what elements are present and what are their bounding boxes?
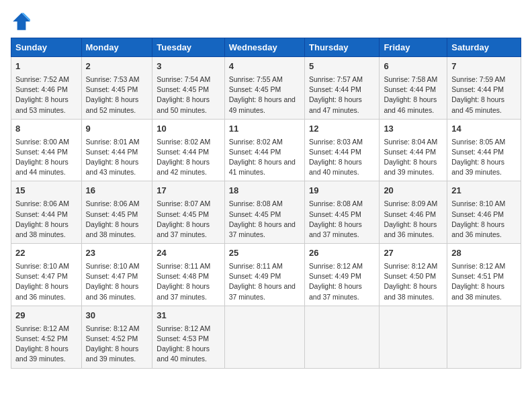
sunrise: Sunrise: 8:11 AM bbox=[157, 262, 210, 270]
week-row-2: 8Sunrise: 8:00 AMSunset: 4:44 PMDaylight… bbox=[11, 119, 521, 181]
sunrise: Sunrise: 8:12 AM bbox=[157, 324, 210, 332]
day-number: 26 bbox=[309, 247, 375, 260]
sunrise: Sunrise: 8:12 AM bbox=[15, 324, 69, 332]
sunset: Sunset: 4:44 PM bbox=[157, 148, 209, 156]
day-cell: 1Sunrise: 7:52 AMSunset: 4:46 PMDaylight… bbox=[11, 57, 82, 120]
sunrise: Sunrise: 8:12 AM bbox=[384, 262, 437, 270]
day-number: 31 bbox=[157, 310, 220, 322]
week-row-5: 29Sunrise: 8:12 AMSunset: 4:52 PMDayligh… bbox=[11, 306, 521, 368]
sunset: Sunset: 4:50 PM bbox=[384, 272, 436, 280]
daylight: Daylight: 8 hours and 40 minutes. bbox=[309, 158, 362, 176]
sunset: Sunset: 4:44 PM bbox=[15, 210, 68, 218]
day-number: 17 bbox=[157, 185, 220, 197]
sunset: Sunset: 4:44 PM bbox=[451, 148, 504, 156]
day-number: 9 bbox=[86, 123, 148, 136]
day-cell: 27Sunrise: 8:12 AMSunset: 4:50 PMDayligh… bbox=[380, 244, 447, 306]
day-cell: 29Sunrise: 8:12 AMSunset: 4:52 PMDayligh… bbox=[11, 306, 82, 368]
sunrise: Sunrise: 8:08 AM bbox=[229, 199, 283, 208]
daylight: Daylight: 8 hours and 53 minutes. bbox=[15, 95, 69, 113]
sunset: Sunset: 4:46 PM bbox=[384, 210, 436, 218]
logo bbox=[11, 11, 35, 32]
sunrise: Sunrise: 8:02 AM bbox=[157, 138, 210, 146]
daylight: Daylight: 8 hours and 38 minutes. bbox=[86, 220, 139, 238]
day-cell: 17Sunrise: 8:07 AMSunset: 4:45 PMDayligh… bbox=[152, 181, 224, 244]
column-header-tuesday: Tuesday bbox=[152, 38, 224, 57]
day-number: 27 bbox=[384, 247, 443, 260]
daylight: Daylight: 8 hours and 52 minutes. bbox=[86, 95, 139, 113]
day-number: 4 bbox=[229, 60, 300, 73]
day-number: 1 bbox=[15, 60, 77, 73]
day-number: 14 bbox=[451, 123, 517, 136]
daylight: Daylight: 8 hours and 46 minutes. bbox=[384, 95, 437, 113]
day-cell: 7Sunrise: 7:59 AMSunset: 4:44 PMDaylight… bbox=[447, 57, 521, 120]
day-cell: 13Sunrise: 8:04 AMSunset: 4:44 PMDayligh… bbox=[380, 119, 447, 181]
daylight: Daylight: 8 hours and 38 minutes. bbox=[384, 282, 437, 300]
daylight: Daylight: 8 hours and 36 minutes. bbox=[15, 282, 69, 300]
sunrise: Sunrise: 8:08 AM bbox=[309, 199, 363, 208]
day-number: 19 bbox=[309, 185, 375, 197]
day-cell: 2Sunrise: 7:53 AMSunset: 4:45 PMDaylight… bbox=[81, 57, 152, 120]
sunset: Sunset: 4:52 PM bbox=[15, 334, 68, 342]
header-row: SundayMondayTuesdayWednesdayThursdayFrid… bbox=[11, 38, 521, 57]
sunrise: Sunrise: 8:06 AM bbox=[86, 199, 140, 208]
sunset: Sunset: 4:44 PM bbox=[451, 85, 504, 93]
sunset: Sunset: 4:49 PM bbox=[229, 272, 281, 280]
day-cell: 15Sunrise: 8:06 AMSunset: 4:44 PMDayligh… bbox=[11, 181, 82, 244]
column-header-sunday: Sunday bbox=[11, 38, 82, 57]
daylight: Daylight: 8 hours and 37 minutes. bbox=[157, 220, 210, 238]
sunrise: Sunrise: 7:53 AM bbox=[86, 75, 140, 83]
sunset: Sunset: 4:44 PM bbox=[384, 148, 436, 156]
day-number: 2 bbox=[86, 60, 148, 73]
sunset: Sunset: 4:44 PM bbox=[309, 148, 361, 156]
daylight: Daylight: 8 hours and 44 minutes. bbox=[15, 158, 69, 176]
svg-marker-0 bbox=[13, 13, 30, 30]
day-cell: 31Sunrise: 8:12 AMSunset: 4:53 PMDayligh… bbox=[152, 306, 224, 368]
daylight: Daylight: 8 hours and 42 minutes. bbox=[157, 158, 210, 176]
daylight: Daylight: 8 hours and 37 minutes. bbox=[229, 282, 296, 300]
day-cell: 22Sunrise: 8:10 AMSunset: 4:47 PMDayligh… bbox=[11, 244, 82, 306]
daylight: Daylight: 8 hours and 38 minutes. bbox=[451, 282, 504, 300]
sunrise: Sunrise: 8:03 AM bbox=[309, 138, 363, 146]
daylight: Daylight: 8 hours and 43 minutes. bbox=[86, 158, 139, 176]
day-number: 20 bbox=[384, 185, 443, 197]
day-cell bbox=[380, 306, 447, 368]
daylight: Daylight: 8 hours and 40 minutes. bbox=[157, 345, 210, 363]
daylight: Daylight: 8 hours and 37 minutes. bbox=[309, 282, 362, 300]
sunset: Sunset: 4:47 PM bbox=[15, 272, 68, 280]
day-cell: 8Sunrise: 8:00 AMSunset: 4:44 PMDaylight… bbox=[11, 119, 82, 181]
day-number: 23 bbox=[86, 247, 148, 260]
sunset: Sunset: 4:47 PM bbox=[86, 272, 138, 280]
day-cell: 10Sunrise: 8:02 AMSunset: 4:44 PMDayligh… bbox=[152, 119, 224, 181]
daylight: Daylight: 8 hours and 38 minutes. bbox=[15, 220, 69, 238]
week-row-3: 15Sunrise: 8:06 AMSunset: 4:44 PMDayligh… bbox=[11, 181, 521, 244]
day-cell: 4Sunrise: 7:55 AMSunset: 4:45 PMDaylight… bbox=[224, 57, 304, 120]
sunrise: Sunrise: 7:52 AM bbox=[15, 75, 69, 83]
column-header-saturday: Saturday bbox=[447, 38, 521, 57]
day-number: 25 bbox=[229, 247, 300, 260]
sunrise: Sunrise: 8:12 AM bbox=[451, 262, 505, 270]
sunset: Sunset: 4:45 PM bbox=[229, 210, 281, 218]
sunset: Sunset: 4:46 PM bbox=[15, 85, 68, 93]
day-cell: 16Sunrise: 8:06 AMSunset: 4:45 PMDayligh… bbox=[81, 181, 152, 244]
day-cell: 12Sunrise: 8:03 AMSunset: 4:44 PMDayligh… bbox=[305, 119, 380, 181]
daylight: Daylight: 8 hours and 37 minutes. bbox=[157, 282, 210, 300]
sunrise: Sunrise: 7:55 AM bbox=[229, 75, 283, 83]
day-cell bbox=[447, 306, 521, 368]
daylight: Daylight: 8 hours and 39 minutes. bbox=[384, 158, 437, 176]
day-cell: 24Sunrise: 8:11 AMSunset: 4:48 PMDayligh… bbox=[152, 244, 224, 306]
day-number: 13 bbox=[384, 123, 443, 136]
sunset: Sunset: 4:52 PM bbox=[86, 334, 138, 342]
sunset: Sunset: 4:45 PM bbox=[86, 85, 138, 93]
day-number: 18 bbox=[229, 185, 300, 197]
sunrise: Sunrise: 8:07 AM bbox=[157, 199, 210, 208]
daylight: Daylight: 8 hours and 37 minutes. bbox=[229, 220, 296, 238]
daylight: Daylight: 8 hours and 45 minutes. bbox=[451, 95, 504, 113]
sunrise: Sunrise: 7:57 AM bbox=[309, 75, 363, 83]
day-cell bbox=[305, 306, 380, 368]
day-number: 5 bbox=[309, 60, 375, 73]
daylight: Daylight: 8 hours and 37 minutes. bbox=[309, 220, 362, 238]
day-cell bbox=[224, 306, 304, 368]
daylight: Daylight: 8 hours and 41 minutes. bbox=[229, 158, 296, 176]
day-number: 3 bbox=[157, 60, 220, 73]
sunrise: Sunrise: 8:10 AM bbox=[451, 199, 505, 208]
